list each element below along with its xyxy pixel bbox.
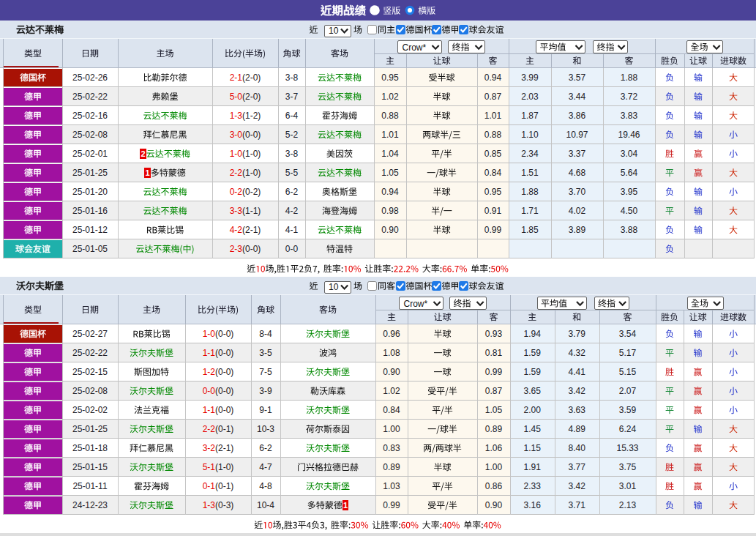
svg-text:10: 10 bbox=[329, 26, 339, 36]
svg-text:1.15: 1.15 bbox=[524, 443, 542, 453]
svg-text:1.01: 1.01 bbox=[484, 111, 502, 121]
svg-text:3.37: 3.37 bbox=[569, 149, 586, 159]
svg-text:25-01-25: 25-01-25 bbox=[72, 168, 108, 178]
svg-text:1.88: 1.88 bbox=[621, 72, 638, 83]
svg-text:0.95: 0.95 bbox=[484, 187, 502, 197]
svg-text:3.77: 3.77 bbox=[569, 462, 586, 472]
svg-text:1.91: 1.91 bbox=[524, 462, 542, 472]
svg-text:25-01-11: 25-01-11 bbox=[72, 481, 107, 491]
svg-text:0-2(0-2): 0-2(0-2) bbox=[230, 187, 261, 197]
svg-text:2.34: 2.34 bbox=[521, 149, 539, 159]
svg-text:19.46: 19.46 bbox=[618, 130, 640, 140]
svg-text:3.88: 3.88 bbox=[621, 225, 638, 235]
svg-text:4.68: 4.68 bbox=[569, 168, 586, 178]
svg-text:25-02-08: 25-02-08 bbox=[72, 130, 108, 140]
svg-text:0.96: 0.96 bbox=[383, 329, 400, 339]
svg-text:1.00: 1.00 bbox=[485, 462, 503, 472]
svg-text:3.95: 3.95 bbox=[621, 187, 638, 197]
svg-text:1.88: 1.88 bbox=[521, 187, 539, 197]
svg-text:3.75: 3.75 bbox=[619, 462, 637, 472]
svg-text:0.86: 0.86 bbox=[485, 481, 503, 491]
svg-text:0.88: 0.88 bbox=[484, 130, 502, 140]
svg-text:25-02-22: 25-02-22 bbox=[72, 348, 108, 358]
svg-text:2-1(2-0): 2-1(2-0) bbox=[230, 72, 261, 83]
svg-text:Crow*: Crow* bbox=[403, 42, 427, 53]
svg-text:2.03: 2.03 bbox=[521, 92, 539, 102]
svg-text:3.63: 3.63 bbox=[569, 405, 586, 415]
svg-text:4.89: 4.89 bbox=[569, 424, 586, 434]
svg-text:1-1(0-0): 1-1(0-0) bbox=[203, 348, 234, 358]
svg-text:3-8: 3-8 bbox=[285, 149, 299, 159]
svg-text:8-4: 8-4 bbox=[259, 329, 272, 339]
svg-text:0.99: 0.99 bbox=[383, 500, 400, 510]
svg-text:1.02: 1.02 bbox=[383, 386, 400, 396]
svg-text:0-0: 0-0 bbox=[285, 244, 299, 254]
svg-text:1-1(0-0): 1-1(0-0) bbox=[203, 405, 234, 415]
svg-text:3.42: 3.42 bbox=[569, 386, 586, 396]
svg-text:3-2(2-1): 3-2(2-1) bbox=[203, 443, 234, 453]
svg-text:Crow*: Crow* bbox=[404, 299, 428, 309]
svg-text:1.05: 1.05 bbox=[381, 168, 399, 178]
svg-text:3.01: 3.01 bbox=[619, 481, 637, 491]
svg-text:10: 10 bbox=[329, 282, 339, 292]
svg-text:3-9: 3-9 bbox=[259, 386, 272, 396]
svg-text:3-5: 3-5 bbox=[259, 348, 272, 358]
svg-text:10-3: 10-3 bbox=[257, 424, 274, 434]
svg-text:5.17: 5.17 bbox=[619, 348, 637, 358]
svg-text:4-2: 4-2 bbox=[285, 206, 299, 216]
svg-text:0.90: 0.90 bbox=[485, 500, 503, 510]
svg-text:25-01-20: 25-01-20 bbox=[72, 187, 108, 197]
svg-text:6-2: 6-2 bbox=[259, 443, 272, 453]
svg-text:1.10: 1.10 bbox=[521, 130, 539, 140]
svg-text:1-0(0-0): 1-0(0-0) bbox=[203, 329, 234, 339]
svg-text:3.59: 3.59 bbox=[619, 405, 637, 415]
svg-text:4-1: 4-1 bbox=[285, 225, 299, 235]
svg-text:0.93: 0.93 bbox=[485, 329, 503, 339]
svg-text:2.07: 2.07 bbox=[619, 386, 637, 396]
svg-text:0.91: 0.91 bbox=[484, 206, 502, 216]
svg-text:0.90: 0.90 bbox=[383, 367, 400, 377]
svg-text:4.50: 4.50 bbox=[621, 206, 638, 216]
svg-text:1.94: 1.94 bbox=[524, 329, 542, 339]
svg-text:5-1(1-0): 5-1(1-0) bbox=[203, 462, 234, 472]
svg-text:1.06: 1.06 bbox=[485, 443, 503, 453]
svg-text:6-4: 6-4 bbox=[285, 111, 299, 121]
svg-text:2.13: 2.13 bbox=[619, 500, 637, 510]
svg-text:5.15: 5.15 bbox=[619, 367, 637, 377]
svg-text:5-5: 5-5 bbox=[285, 168, 299, 178]
svg-text:5-2: 5-2 bbox=[285, 130, 299, 140]
svg-text:4.41: 4.41 bbox=[569, 367, 586, 377]
svg-text:25-01-16: 25-01-16 bbox=[72, 206, 108, 216]
svg-text:25-01-25: 25-01-25 bbox=[72, 424, 108, 434]
svg-text:1.00: 1.00 bbox=[383, 424, 400, 434]
svg-text:0.84: 0.84 bbox=[484, 168, 502, 178]
svg-text:0.99: 0.99 bbox=[484, 225, 502, 235]
svg-text:1.59: 1.59 bbox=[524, 348, 542, 358]
svg-text:1-2(0-0): 1-2(0-0) bbox=[203, 367, 234, 377]
svg-text:6-2: 6-2 bbox=[285, 187, 299, 197]
svg-text:4-8: 4-8 bbox=[259, 481, 272, 491]
svg-text:7-5: 7-5 bbox=[259, 367, 272, 377]
svg-text:1.71: 1.71 bbox=[521, 206, 539, 216]
svg-text:1-3(1-2): 1-3(1-2) bbox=[230, 111, 261, 121]
svg-text:25-01-12: 25-01-12 bbox=[72, 225, 108, 235]
svg-text:1.05: 1.05 bbox=[485, 405, 503, 415]
svg-text:0.94: 0.94 bbox=[484, 72, 502, 83]
svg-text:1.04: 1.04 bbox=[381, 149, 399, 159]
svg-text:1.85: 1.85 bbox=[521, 225, 539, 235]
svg-text:1.02: 1.02 bbox=[381, 92, 399, 102]
svg-text:0.94: 0.94 bbox=[381, 187, 399, 197]
svg-text:8.40: 8.40 bbox=[569, 443, 586, 453]
svg-text:3-8: 3-8 bbox=[285, 72, 299, 83]
svg-text:25-02-15: 25-02-15 bbox=[72, 367, 108, 377]
svg-text:3-7: 3-7 bbox=[285, 92, 299, 102]
svg-text:3.70: 3.70 bbox=[569, 187, 586, 197]
svg-text:2: 2 bbox=[141, 149, 145, 158]
svg-text:3-3(1-1): 3-3(1-1) bbox=[230, 206, 261, 216]
svg-text:0.87: 0.87 bbox=[485, 386, 503, 396]
svg-text:6.24: 6.24 bbox=[619, 424, 637, 434]
svg-text:3.65: 3.65 bbox=[524, 386, 542, 396]
svg-text:1.08: 1.08 bbox=[383, 348, 400, 358]
svg-text:4.02: 4.02 bbox=[569, 206, 586, 216]
svg-text:1.59: 1.59 bbox=[524, 367, 542, 377]
